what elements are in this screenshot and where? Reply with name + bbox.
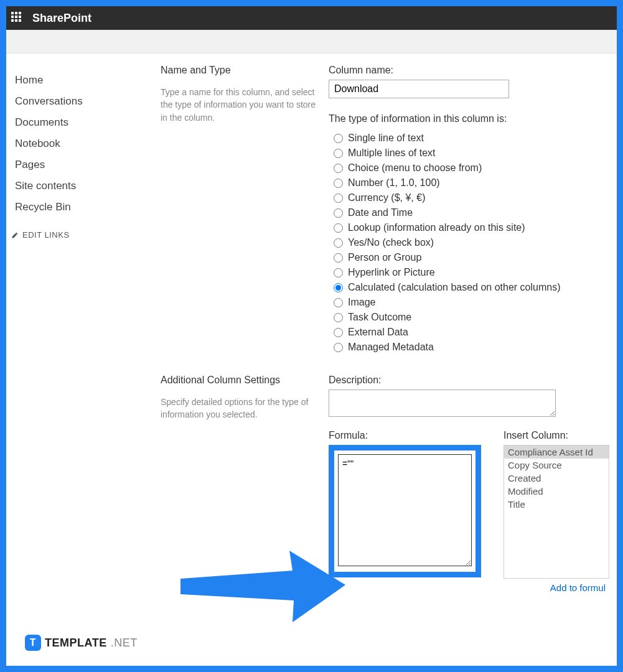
formula-textarea[interactable]: ="" <box>338 454 472 566</box>
formula-label: Formula: <box>329 430 481 441</box>
column-type-label: Date and Time <box>348 207 413 218</box>
column-type-option[interactable]: Calculated (calculation based on other c… <box>334 280 609 295</box>
watermark-badge-icon: T <box>25 635 41 651</box>
add-to-formula-link[interactable]: Add to formul <box>550 582 606 593</box>
column-type-option[interactable]: Lookup (information already on this site… <box>334 220 609 235</box>
column-type-label: External Data <box>348 327 408 338</box>
sidebar-item-conversations[interactable]: Conversations <box>11 91 161 112</box>
sidebar-item-pages[interactable]: Pages <box>11 154 161 175</box>
column-type-label: Image <box>348 297 375 308</box>
column-type-label: Multiple lines of text <box>348 147 436 159</box>
edit-links-label: EDIT LINKS <box>22 230 70 240</box>
column-type-option[interactable]: Managed Metadata <box>334 340 609 355</box>
column-type-radio[interactable] <box>334 134 343 143</box>
column-type-radio[interactable] <box>334 343 343 352</box>
pencil-icon <box>11 231 19 239</box>
app-launcher-icon[interactable] <box>11 12 24 24</box>
column-type-option[interactable]: Choice (menu to choose from) <box>334 161 609 175</box>
column-type-radio[interactable] <box>334 149 343 158</box>
column-type-radio[interactable] <box>334 164 343 173</box>
column-type-option[interactable]: Yes/No (check box) <box>334 235 609 250</box>
column-type-radio-group: Single line of textMultiple lines of tex… <box>329 131 609 355</box>
insert-column-listbox[interactable]: Compliance Asset IdCopy SourceCreatedMod… <box>504 445 609 579</box>
column-name-input[interactable] <box>329 80 509 98</box>
column-type-radio[interactable] <box>334 253 343 263</box>
name-type-help: Type a name for this column, and select … <box>161 86 316 124</box>
column-type-label: Managed Metadata <box>348 342 434 353</box>
column-type-label: Task Outcome <box>348 312 411 323</box>
column-type-radio[interactable] <box>334 179 343 188</box>
insert-column-option[interactable]: Compliance Asset Id <box>504 446 609 459</box>
sidebar-item-recycle-bin[interactable]: Recycle Bin <box>11 197 161 218</box>
sidebar-item-notebook[interactable]: Notebook <box>11 133 161 154</box>
name-type-heading: Name and Type <box>161 65 316 76</box>
watermark-brand: TEMPLATE <box>45 637 107 650</box>
column-type-option[interactable]: Person or Group <box>334 250 609 265</box>
watermark-net: .NET <box>111 637 138 650</box>
column-type-label: Choice (menu to choose from) <box>348 162 482 174</box>
column-type-label: Single line of text <box>348 133 424 144</box>
additional-heading: Additional Column Settings <box>161 375 316 386</box>
column-type-label: Calculated (calculation based on other c… <box>348 282 561 293</box>
description-textarea[interactable] <box>329 390 556 417</box>
column-type-radio[interactable] <box>334 208 343 218</box>
column-type-option[interactable]: Number (1, 1.0, 100) <box>334 175 609 190</box>
sidebar-item-documents[interactable]: Documents <box>11 112 161 133</box>
edit-links-button[interactable]: EDIT LINKS <box>11 230 161 240</box>
sidebar-nav: Home Conversations Documents Notebook Pa… <box>11 65 161 666</box>
description-label: Description: <box>329 375 609 386</box>
column-type-label: Yes/No (check box) <box>348 237 434 248</box>
column-type-radio[interactable] <box>334 268 343 278</box>
additional-help: Specify detailed options for the type of… <box>161 396 316 421</box>
column-type-label: Currency ($, ¥, €) <box>348 192 425 203</box>
column-type-option[interactable]: Task Outcome <box>334 310 609 325</box>
column-type-radio[interactable] <box>334 298 343 307</box>
column-name-label: Column name: <box>329 65 609 76</box>
column-type-option[interactable]: External Data <box>334 325 609 340</box>
watermark: T TEMPLATE.NET <box>25 635 138 651</box>
column-type-radio[interactable] <box>334 328 343 337</box>
type-prompt: The type of information in this column i… <box>329 113 609 124</box>
column-type-radio[interactable] <box>334 194 343 203</box>
column-type-label: Lookup (information already on this site… <box>348 222 525 233</box>
brand-title: SharePoint <box>32 12 91 25</box>
column-type-option[interactable]: Hyperlink or Picture <box>334 265 609 280</box>
insert-column-option[interactable]: Copy Source <box>504 459 609 472</box>
ribbon-bar <box>6 30 617 54</box>
column-type-radio[interactable] <box>334 313 343 322</box>
insert-column-option[interactable]: Modified <box>504 485 609 498</box>
column-type-radio[interactable] <box>334 283 343 292</box>
section-name-type: Name and Type Type a name for this colum… <box>161 65 609 355</box>
column-type-option[interactable]: Currency ($, ¥, €) <box>334 190 609 205</box>
column-type-option[interactable]: Single line of text <box>334 131 609 146</box>
formula-highlight-box: ="" <box>329 445 481 577</box>
insert-column-option[interactable]: Title <box>504 498 609 511</box>
sidebar-item-site-contents[interactable]: Site contents <box>11 175 161 197</box>
column-type-option[interactable]: Date and Time <box>334 205 609 220</box>
sidebar-item-home[interactable]: Home <box>11 70 161 91</box>
column-type-label: Person or Group <box>348 252 421 263</box>
column-type-option[interactable]: Multiple lines of text <box>334 146 609 161</box>
column-type-label: Number (1, 1.0, 100) <box>348 177 440 189</box>
column-type-radio[interactable] <box>334 223 343 233</box>
insert-column-option[interactable]: Created <box>504 472 609 485</box>
column-type-option[interactable]: Image <box>334 295 609 310</box>
column-type-radio[interactable] <box>334 238 343 248</box>
top-bar: SharePoint <box>6 6 617 30</box>
section-additional: Additional Column Settings Specify detai… <box>161 375 609 593</box>
column-type-label: Hyperlink or Picture <box>348 267 435 278</box>
insert-column-label: Insert Column: <box>504 430 609 441</box>
